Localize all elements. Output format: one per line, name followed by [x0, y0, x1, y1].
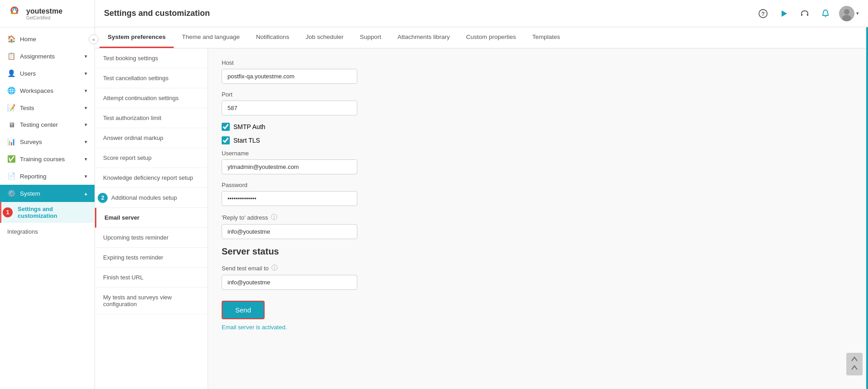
top-header: Settings and customization ?: [95, 0, 868, 27]
host-group: Host: [222, 59, 854, 84]
logo: youtestme GetCertified: [0, 0, 95, 28]
port-group: Port: [222, 91, 854, 115]
panel-item-expiring-tests[interactable]: Expiring tests reminder: [95, 248, 208, 268]
panel-item-email-server[interactable]: Email server: [95, 208, 208, 228]
badge-1: 1: [3, 207, 13, 217]
chevron-right-icon: ▾: [85, 122, 87, 128]
tab-theme-language[interactable]: Theme and language: [174, 27, 248, 48]
tab-custom-properties[interactable]: Custom properties: [458, 27, 524, 48]
svg-text:?: ?: [761, 11, 764, 17]
tab-support[interactable]: Support: [352, 27, 389, 48]
training-courses-icon: ✅: [7, 155, 15, 163]
host-input[interactable]: [222, 69, 357, 84]
panel-item-additional-modules[interactable]: Additional modules setup: [95, 188, 208, 208]
start-tls-row: Start TLS: [222, 136, 854, 144]
logo-icon: [6, 5, 23, 22]
send-test-email-input[interactable]: [222, 275, 357, 290]
port-label: Port: [222, 91, 854, 98]
chevron-up-icon: ▴: [85, 191, 87, 197]
sidebar-item-label: Reporting: [20, 173, 80, 180]
tab-templates[interactable]: Templates: [524, 27, 569, 48]
tab-system-preferences[interactable]: System preferences: [100, 27, 174, 48]
testing-center-icon: 🖥: [7, 121, 15, 129]
panel-item-test-cancellation[interactable]: Test cancellation settings: [95, 68, 208, 88]
badge-2: 2: [98, 193, 108, 203]
svg-rect-8: [807, 14, 808, 16]
sidebar-item-label: Tests: [20, 105, 80, 111]
host-label: Host: [222, 59, 854, 66]
sidebar-subitem-settings[interactable]: Settings and customization: [0, 202, 95, 223]
home-icon: 🏠: [7, 35, 15, 43]
sidebar-item-reporting[interactable]: 📄 Reporting ▾: [0, 168, 95, 185]
port-input[interactable]: [222, 101, 357, 115]
sidebar-item-training-courses[interactable]: ✅ Training courses ▾: [0, 150, 95, 168]
chevron-right-icon: ▾: [85, 71, 87, 77]
sidebar-item-label: Surveys: [20, 139, 80, 145]
reply-to-input[interactable]: [222, 224, 357, 239]
play-button[interactable]: [777, 6, 791, 21]
panel-item-upcoming-tests[interactable]: Upcoming tests reminder: [95, 228, 208, 248]
sidebar-item-users[interactable]: 👤 Users ▾: [0, 65, 95, 82]
sidebar-item-label: Users: [20, 70, 80, 77]
panel-item-answer-ordinal[interactable]: Answer ordinal markup: [95, 128, 208, 148]
main-area: Settings and customization ?: [95, 0, 868, 389]
reply-to-help-icon[interactable]: ⓘ: [271, 213, 277, 221]
panel-item-test-booking[interactable]: Test booking settings: [95, 48, 208, 68]
sidebar-item-label: Assignments: [20, 53, 80, 60]
scrollbar-accent: [866, 27, 868, 389]
svg-point-10: [844, 9, 849, 14]
bell-button[interactable]: [818, 6, 833, 21]
sidebar-collapse-button[interactable]: «: [89, 34, 99, 44]
headset-icon: [800, 9, 809, 18]
reply-to-group: 'Reply to' address ⓘ: [222, 213, 854, 239]
users-icon: 👤: [7, 69, 15, 77]
panel-item-score-report[interactable]: Score report setup: [95, 148, 208, 168]
chevron-right-icon: ▾: [85, 88, 87, 94]
sidebar-nav: 🏠 Home 📋 Assignments ▾ 👤 Users ▾ 🌐 Works…: [0, 28, 95, 389]
smtp-auth-checkbox[interactable]: [222, 123, 230, 131]
password-input[interactable]: [222, 191, 357, 206]
logo-sub: GetCertified: [26, 15, 62, 20]
panel-item-attempt-continuation[interactable]: Attempt continuation settings: [95, 88, 208, 108]
smtp-auth-label: SMTP Auth: [233, 123, 266, 130]
svg-point-11: [842, 15, 851, 21]
sidebar-item-testing-center[interactable]: 🖥 Testing center ▾: [0, 116, 95, 133]
send-button[interactable]: Send: [222, 301, 265, 319]
sidebar-item-integrations[interactable]: Integrations: [0, 223, 95, 240]
send-test-email-help-icon[interactable]: ⓘ: [271, 264, 278, 272]
sidebar-item-tests[interactable]: 📝 Tests ▾: [0, 99, 95, 116]
logo-name: youtestme: [26, 7, 62, 15]
start-tls-checkbox[interactable]: [222, 136, 230, 144]
username-group: Username: [222, 150, 854, 174]
avatar-button[interactable]: ▾: [839, 6, 859, 21]
content-area: Test booking settings Test cancellation …: [95, 48, 868, 389]
avatar-chevron-icon: ▾: [856, 10, 859, 16]
chevron-up-icon-2: [851, 364, 858, 371]
panel-item-finish-test-url[interactable]: Finish test URL: [95, 268, 208, 288]
sidebar-item-workspaces[interactable]: 🌐 Workspaces ▾: [0, 82, 95, 99]
play-icon: [779, 9, 788, 18]
panel-item-test-auth-limit[interactable]: Test authorization limit: [95, 108, 208, 128]
header-icons: ?: [756, 6, 859, 21]
assignments-icon: 📋: [7, 52, 15, 60]
username-input[interactable]: [222, 159, 357, 174]
tab-notifications[interactable]: Notifications: [248, 27, 298, 48]
avatar: [839, 6, 854, 21]
panel-item-my-tests-surveys[interactable]: My tests and surveys view configuration: [95, 288, 208, 314]
panel-item-knowledge-deficiency[interactable]: Knowledge deficiency report setup: [95, 168, 208, 188]
sidebar-item-system[interactable]: ⚙️ System ▴: [0, 185, 95, 202]
reply-to-label: 'Reply to' address ⓘ: [222, 213, 854, 221]
tab-job-scheduler[interactable]: Job scheduler: [297, 27, 351, 48]
headset-button[interactable]: [797, 6, 812, 21]
sidebar-item-surveys[interactable]: 📊 Surveys ▾: [0, 133, 95, 150]
smtp-auth-row: SMTP Auth: [222, 123, 854, 131]
help-button[interactable]: ?: [756, 6, 770, 21]
sidebar-item-assignments[interactable]: 📋 Assignments ▾: [0, 48, 95, 65]
sidebar-item-label: Workspaces: [20, 87, 80, 94]
username-label: Username: [222, 150, 854, 157]
bell-icon: [821, 9, 830, 18]
tab-attachments-library[interactable]: Attachments library: [389, 27, 458, 48]
scroll-up-button[interactable]: [846, 353, 863, 375]
sidebar-item-home[interactable]: 🏠 Home: [0, 30, 95, 48]
send-test-email-group: Send test email to ⓘ: [222, 264, 854, 290]
